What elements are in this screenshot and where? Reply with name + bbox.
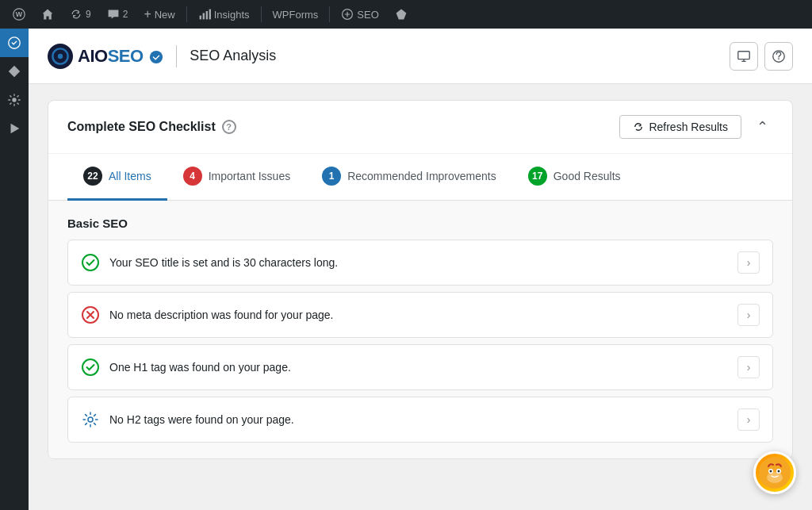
diamond-item[interactable] <box>389 0 414 29</box>
refresh-label: Refresh Results <box>649 121 728 133</box>
check-item-left-1: Your SEO title is set and is 30 characte… <box>81 253 338 272</box>
logo-area: AIOSEO SEO Analysis <box>48 44 276 69</box>
svg-point-15 <box>150 51 163 63</box>
collapse-button[interactable]: ⌃ <box>751 116 773 138</box>
tab-issues-badge: 4 <box>183 167 202 186</box>
checklist-content: Basic SEO Your SEO title is set and is 3… <box>48 201 792 458</box>
sep3 <box>329 6 330 22</box>
chevron-right-1[interactable]: › <box>737 251 760 274</box>
sidebar-item-diamond[interactable] <box>0 57 29 86</box>
check-item-text-2: No meta description was found for your p… <box>109 309 334 321</box>
checklist-container: Complete SEO Checklist ? Refresh Results… <box>29 84 812 510</box>
chevron-right-2[interactable]: › <box>737 304 760 326</box>
error-icon-2 <box>81 305 100 324</box>
sidebar-item-play[interactable] <box>0 114 29 143</box>
success-icon-3 <box>81 358 100 377</box>
tab-all-items[interactable]: 22 All Items <box>67 154 167 201</box>
svg-rect-5 <box>209 10 210 20</box>
sidebar-item-aioseo[interactable] <box>0 29 29 57</box>
checklist-title: Complete SEO Checklist <box>67 120 216 134</box>
svg-point-27 <box>778 470 780 473</box>
basic-seo-title: Basic SEO <box>67 217 773 230</box>
check-item-text-1: Your SEO title is set and is 30 characte… <box>109 256 338 269</box>
page-header: AIOSEO SEO Analysis <box>29 29 812 84</box>
refresh-results-button[interactable]: Refresh Results <box>619 115 741 139</box>
check-item-left-4: No H2 tags were found on your page. <box>81 410 294 429</box>
new-item[interactable]: + New <box>137 0 181 29</box>
insights-item[interactable]: Insights <box>192 0 256 29</box>
check-item-left-3: One H1 tag was found on your page. <box>81 358 291 377</box>
svg-rect-3 <box>202 13 204 19</box>
info-icon-4 <box>81 410 100 429</box>
updates-item[interactable]: 9 <box>63 0 98 29</box>
check-item-seo-title[interactable]: Your SEO title is set and is 30 characte… <box>67 240 773 286</box>
svg-marker-7 <box>396 10 406 20</box>
tabs-bar: 22 All Items 4 Important Issues 1 Recomm… <box>48 154 792 201</box>
tab-recommended-badge: 1 <box>322 167 341 186</box>
svg-point-18 <box>82 255 98 270</box>
tab-all-label: All Items <box>109 170 151 182</box>
tab-recommended-label: Recommended Improvements <box>347 170 496 182</box>
tab-good-badge: 17 <box>528 167 547 186</box>
insights-label: Insights <box>214 9 250 21</box>
comments-item[interactable]: 2 <box>101 0 135 29</box>
check-item-meta-desc[interactable]: No meta description was found for your p… <box>67 292 773 338</box>
header-divider <box>176 45 177 67</box>
sep2 <box>261 6 262 22</box>
checklist-title-area: Complete SEO Checklist ? <box>67 120 236 134</box>
check-item-h2[interactable]: No H2 tags were found on your page. › <box>67 397 773 443</box>
chevron-right-3[interactable]: › <box>737 356 760 378</box>
seo-item[interactable]: SEO <box>335 0 385 29</box>
brand-logo: AIOSEO <box>48 44 163 69</box>
wp-logo-item[interactable]: W <box>6 0 32 29</box>
wpforms-label: WPForms <box>273 9 319 21</box>
page-title: SEO Analysis <box>190 48 276 64</box>
brand-text: AIOSEO <box>78 46 163 67</box>
svg-rect-2 <box>199 16 201 20</box>
header-actions <box>730 42 793 71</box>
checklist-header: Complete SEO Checklist ? Refresh Results… <box>48 101 792 154</box>
content-area: AIOSEO SEO Analysis <box>29 29 812 510</box>
checklist-card: Complete SEO Checklist ? Refresh Results… <box>48 100 793 459</box>
check-item-left-2: No meta description was found for your p… <box>81 305 334 324</box>
check-item-h1[interactable]: One H1 tag was found on your page. › <box>67 344 773 390</box>
sep1 <box>186 6 187 22</box>
check-item-text-3: One H1 tag was found on your page. <box>109 361 291 374</box>
refresh-icon <box>633 121 644 132</box>
avatar-bubble[interactable] <box>753 451 796 494</box>
tab-good-results[interactable]: 17 Good Results <box>512 154 637 201</box>
tab-good-label: Good Results <box>553 170 621 182</box>
check-items-list: Your SEO title is set and is 30 characte… <box>67 240 773 443</box>
main-layout: AIOSEO SEO Analysis <box>0 29 812 510</box>
sidebar <box>0 29 29 510</box>
tab-issues-label: Important Issues <box>209 170 291 182</box>
svg-marker-9 <box>9 66 20 77</box>
monitor-button[interactable] <box>730 42 758 71</box>
sidebar-item-settings[interactable] <box>0 86 29 114</box>
chevron-right-4[interactable]: › <box>737 408 760 431</box>
new-label: New <box>155 9 175 21</box>
svg-point-20 <box>82 359 98 375</box>
admin-bar: W 9 2 + New Insights WPForms SEO <box>0 0 812 29</box>
tab-important-issues[interactable]: 4 Important Issues <box>167 154 307 201</box>
checklist-actions: Refresh Results ⌃ <box>619 115 773 139</box>
check-item-text-4: No H2 tags were found on your page. <box>109 413 294 426</box>
help-button[interactable] <box>764 42 793 71</box>
svg-point-10 <box>12 98 16 102</box>
home-item[interactable] <box>35 0 60 29</box>
svg-marker-11 <box>11 124 20 134</box>
svg-text:W: W <box>16 10 23 18</box>
svg-point-14 <box>58 53 63 58</box>
wpforms-item[interactable]: WPForms <box>266 0 325 29</box>
logo-icon <box>48 44 73 69</box>
checklist-help-icon[interactable]: ? <box>222 120 236 134</box>
svg-rect-4 <box>205 11 207 19</box>
success-icon-1 <box>81 253 100 272</box>
svg-point-26 <box>770 470 772 473</box>
svg-rect-16 <box>738 51 749 59</box>
updates-count: 9 <box>86 9 91 20</box>
comments-count: 2 <box>123 9 128 20</box>
seo-label: SEO <box>357 9 378 21</box>
tab-all-badge: 22 <box>83 167 102 186</box>
tab-recommended[interactable]: 1 Recommended Improvements <box>306 154 512 201</box>
